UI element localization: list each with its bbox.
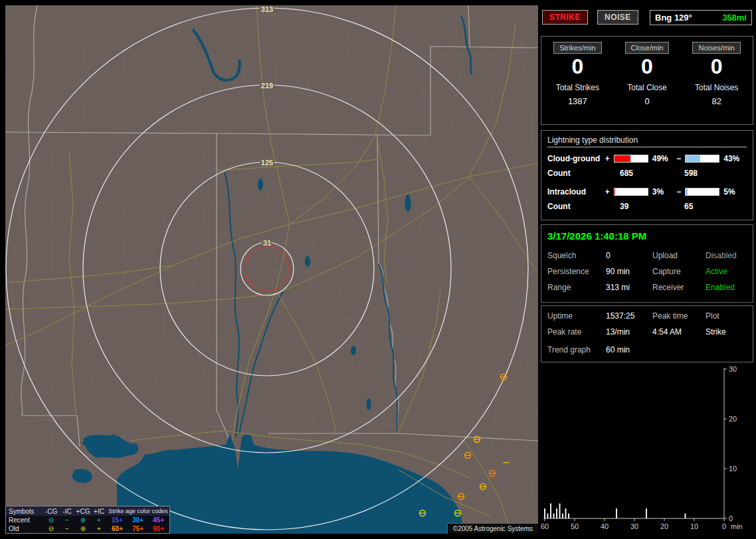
receiver-label: Receiver bbox=[652, 283, 706, 292]
receiver-status-section: 3/17/2026 1:40:18 PM Squelch 0 Upload Di… bbox=[541, 224, 753, 303]
svg-text:60: 60 bbox=[541, 522, 549, 530]
intracloud-row: Intracloud + 3% − 5% bbox=[547, 187, 747, 196]
plot-value: Strike bbox=[706, 327, 747, 337]
peak-rate-value: 13/min bbox=[606, 327, 652, 337]
bearing-value: Bng 129° bbox=[655, 13, 692, 23]
strike-mode-button[interactable]: STRIKE bbox=[542, 10, 588, 25]
intracloud-count-row: Count 39 65 bbox=[547, 202, 747, 211]
total-close-value: 0 bbox=[613, 96, 682, 106]
squelch-value: 0 bbox=[606, 251, 652, 260]
cg-plus-count: 685 bbox=[606, 169, 675, 178]
noises-per-min-button[interactable]: Noises/min bbox=[692, 42, 740, 54]
svg-text:30: 30 bbox=[729, 365, 737, 373]
minus-sign: − bbox=[675, 154, 682, 163]
close-stat-column: Close/min 0 Total Close 0 bbox=[613, 42, 682, 120]
persistence-label: Persistence bbox=[547, 267, 606, 276]
svg-text:40: 40 bbox=[601, 522, 609, 530]
legend-symbols-label: Symbols bbox=[6, 507, 43, 516]
legend-row: Recent⊖−⊕+15+30+45+ bbox=[6, 516, 169, 524]
persistence-value: 90 min bbox=[606, 267, 652, 276]
ic-minus-count: 65 bbox=[675, 202, 693, 211]
range-label: Range bbox=[547, 283, 606, 292]
cg-minus-count: 598 bbox=[675, 169, 698, 178]
plot-label: Plot bbox=[706, 311, 747, 321]
total-strikes-label: Total Strikes bbox=[543, 83, 613, 92]
map-canvas[interactable]: 313 219 125 31 bbox=[5, 5, 538, 534]
legend-age-header: Strike age color codes bbox=[107, 507, 169, 516]
copyright-notice: ©2005 Astrogenic Systems bbox=[447, 523, 538, 534]
cloud-ground-row: Cloud-ground + 49% − 43% bbox=[547, 154, 747, 163]
count-label: Count bbox=[547, 202, 606, 211]
svg-text:min: min bbox=[731, 522, 743, 530]
intracloud-label: Intracloud bbox=[547, 187, 604, 196]
legend-header: Symbols -CG -IC +CG +IC Strike age color… bbox=[6, 506, 169, 516]
svg-text:10: 10 bbox=[690, 522, 698, 530]
total-close-label: Total Close bbox=[613, 83, 682, 92]
capture-label: Capture bbox=[652, 267, 706, 276]
ic-plus-percent: 3% bbox=[651, 187, 676, 196]
upload-status: Disabled bbox=[706, 251, 747, 260]
strikes-stat-column: Strikes/min 0 Total Strikes 1387 bbox=[543, 42, 613, 120]
count-label: Count bbox=[547, 169, 606, 178]
noises-rate: 0 bbox=[682, 55, 751, 78]
cloud-ground-count-row: Count 685 598 bbox=[547, 169, 747, 178]
ic-plus-count: 39 bbox=[606, 202, 675, 211]
trend-graph: 30201006050403020100min bbox=[541, 365, 753, 535]
svg-text:20: 20 bbox=[660, 522, 668, 530]
plus-sign: + bbox=[604, 187, 611, 196]
svg-text:0: 0 bbox=[729, 514, 733, 522]
minus-sign: − bbox=[675, 187, 682, 196]
ic-plus-bar bbox=[614, 188, 648, 196]
noise-mode-button[interactable]: NOISE bbox=[597, 10, 638, 25]
plus-sign: + bbox=[604, 154, 611, 163]
cloud-ground-label: Cloud-ground bbox=[547, 154, 604, 163]
range-value: 313 mi bbox=[606, 283, 652, 292]
uptime-label: Uptime bbox=[547, 311, 606, 321]
distribution-section: Lightning type distribution Cloud-ground… bbox=[541, 130, 753, 220]
uptime-grid: Uptime 1537:25 Peak time Plot Peak rate … bbox=[547, 311, 747, 337]
trend-graph-label: Trend graph bbox=[547, 345, 606, 354]
uptime-section: Uptime 1537:25 Peak time Plot Peak rate … bbox=[541, 305, 753, 362]
legend-col-nic: -IC bbox=[59, 507, 75, 516]
legend-col-pic: +IC bbox=[91, 507, 107, 516]
total-strikes-value: 1387 bbox=[543, 96, 613, 106]
ring-label-125: 125 bbox=[261, 159, 273, 167]
legend-col-ncg: -CG bbox=[43, 507, 59, 516]
ic-minus-percent: 5% bbox=[722, 187, 747, 196]
peak-rate-label: Peak rate bbox=[547, 327, 606, 337]
ring-label-313: 313 bbox=[261, 5, 273, 13]
cg-plus-bar bbox=[614, 155, 648, 163]
strikes-rate: 0 bbox=[543, 55, 613, 78]
svg-text:30: 30 bbox=[630, 522, 638, 530]
bearing-readout: Bng 129° 358mi bbox=[650, 10, 752, 25]
cg-minus-percent: 43% bbox=[722, 154, 747, 163]
status-panel: STRIKE NOISE Bng 129° 358mi Strikes/min … bbox=[541, 5, 753, 534]
mode-toolbar: STRIKE NOISE Bng 129° 358mi bbox=[542, 8, 752, 27]
svg-text:0: 0 bbox=[722, 522, 726, 530]
peak-time-label: Peak time bbox=[652, 311, 706, 321]
cg-minus-bar bbox=[685, 155, 719, 163]
cg-plus-percent: 49% bbox=[651, 154, 676, 163]
svg-text:10: 10 bbox=[729, 465, 737, 473]
peak-time-value: 4:54 AM bbox=[652, 327, 706, 337]
lightning-map[interactable]: 313 219 125 31 Symbols -CG -IC +CG +IC S… bbox=[5, 5, 538, 534]
ring-label-219: 219 bbox=[261, 82, 273, 90]
uptime-value: 1537:25 bbox=[606, 311, 652, 321]
close-per-min-button[interactable]: Close/min bbox=[625, 42, 670, 54]
strikes-per-min-button[interactable]: Strikes/min bbox=[553, 42, 601, 54]
squelch-label: Squelch bbox=[547, 251, 606, 260]
datetime-readout: 3/17/2026 1:40:18 PM bbox=[547, 230, 747, 242]
rate-stats-section: Strikes/min 0 Total Strikes 1387 Close/m… bbox=[541, 36, 753, 125]
upload-label: Upload bbox=[652, 251, 706, 260]
total-noises-value: 82 bbox=[682, 96, 751, 106]
svg-text:50: 50 bbox=[571, 522, 579, 530]
legend-col-pcg: +CG bbox=[75, 507, 91, 516]
ring-label-31: 31 bbox=[263, 239, 271, 247]
svg-text:20: 20 bbox=[729, 415, 737, 423]
capture-status: Active bbox=[706, 267, 747, 276]
trend-graph-row: Trend graph 60 min bbox=[547, 345, 747, 354]
status-grid: Squelch 0 Upload Disabled Persistence 90… bbox=[547, 251, 747, 292]
trend-graph-period: 60 min bbox=[606, 345, 630, 354]
noises-stat-column: Noises/min 0 Total Noises 82 bbox=[682, 42, 751, 120]
map-legend: Symbols -CG -IC +CG +IC Strike age color… bbox=[5, 506, 170, 534]
